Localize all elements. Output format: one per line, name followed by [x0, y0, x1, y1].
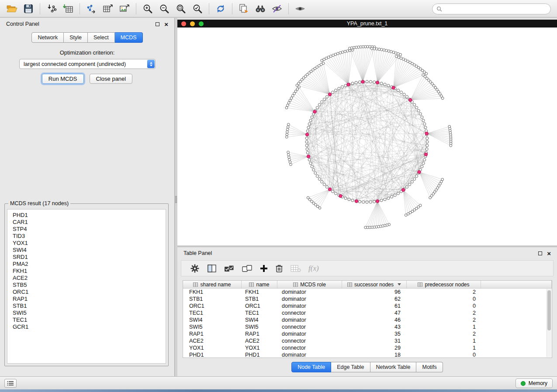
search-icon [436, 6, 442, 12]
select-all-rows-button[interactable] [224, 262, 235, 275]
fit-content-button[interactable] [173, 1, 189, 16]
function-builder-button: f(x) [308, 262, 319, 275]
close-window-icon[interactable] [181, 21, 186, 26]
table-panel-header: Table Panel × [177, 247, 557, 259]
column-header-shared-name[interactable]: shared name [183, 281, 242, 288]
column-label: successor nodes [354, 282, 394, 288]
close-panel-button[interactable]: Close panel [90, 74, 133, 84]
column-type-icon [418, 282, 422, 287]
list-item[interactable]: STB5 [13, 282, 166, 289]
table-scrollbar[interactable] [547, 289, 551, 357]
clone-network-button[interactable] [235, 1, 252, 16]
table-settings-button[interactable] [190, 262, 200, 275]
column-label: predecessor nodes [425, 282, 469, 288]
hide-selected-button[interactable] [269, 1, 285, 16]
list-item[interactable]: ORC1 [13, 289, 166, 296]
run-mcds-button[interactable]: Run MCDS [42, 74, 84, 84]
toolbar-separator [40, 3, 40, 14]
column-header-mcds-role[interactable]: MCDS role [277, 281, 342, 288]
save-session-button[interactable] [20, 1, 37, 16]
table-row[interactable]: SWI5SWI5connector431 [183, 323, 552, 330]
zoom-out-button[interactable] [156, 1, 173, 16]
table-row[interactable]: RAP1RAP1dominator352 [183, 330, 552, 337]
export-image-button[interactable] [116, 1, 133, 16]
list-item[interactable]: SWI4 [13, 247, 166, 254]
column-header-successor-nodes[interactable]: successor nodes [342, 281, 407, 288]
column-header-predecessor-nodes[interactable]: predecessor nodes [407, 281, 481, 288]
tab-mcds[interactable]: MCDS [115, 32, 143, 43]
list-item[interactable]: TID3 [13, 233, 166, 240]
table-row[interactable]: ORC1ORC1dominator610 [183, 303, 552, 309]
table-row[interactable]: ACE2ACE2connector311 [183, 337, 552, 344]
settings-gear-icon [190, 264, 200, 273]
memory-label: Memory [529, 380, 547, 386]
column-label: shared name [200, 282, 231, 288]
splitter-grip[interactable] [175, 196, 177, 203]
table-row[interactable]: PHD1PHD1dominator180 [183, 351, 552, 358]
sort-chevron-down-icon[interactable] [398, 283, 401, 285]
memory-button[interactable]: Memory [515, 378, 553, 388]
tab-network-table[interactable]: Network Table [370, 362, 417, 372]
network-canvas[interactable] [177, 28, 557, 245]
list-item[interactable]: CAR1 [13, 219, 166, 226]
list-item[interactable]: PMA2 [13, 261, 166, 268]
task-history-button[interactable] [4, 379, 17, 388]
tab-edge-table[interactable]: Edge Table [331, 362, 370, 372]
zoom-selected-button[interactable] [189, 1, 206, 16]
list-item[interactable]: ACE2 [13, 275, 166, 282]
table-row[interactable]: TEC1TEC1connector472 [183, 309, 552, 316]
memory-status-icon [521, 381, 526, 386]
list-item[interactable]: SRD1 [13, 254, 166, 261]
dropdown-stepper-icon [147, 60, 155, 68]
list-item[interactable]: RAP1 [13, 296, 166, 303]
refresh-icon [215, 3, 226, 14]
zoom-out-icon [159, 3, 170, 14]
float-panel-icon[interactable] [156, 22, 159, 26]
minimize-window-icon[interactable] [190, 21, 195, 26]
main-toolbar [0, 0, 557, 17]
open-session-button[interactable] [3, 1, 20, 16]
toolbar-separator [232, 3, 232, 14]
column-header-name[interactable]: name [242, 281, 277, 288]
table-row[interactable]: SWI4SWI4dominator462 [183, 316, 552, 323]
add-column-button[interactable] [260, 262, 268, 275]
trash-icon [275, 264, 283, 273]
eye-icon [294, 4, 306, 14]
network-graph[interactable] [177, 28, 557, 245]
table-row[interactable]: FKH1FKH1dominator962 [183, 289, 552, 296]
list-item[interactable]: GCR1 [13, 323, 166, 330]
import-network-button[interactable] [43, 1, 60, 16]
list-item[interactable]: STP4 [13, 226, 166, 233]
find-button[interactable] [252, 1, 269, 16]
optimization-criterion-select[interactable]: largest connected component (undirected) [19, 59, 156, 69]
list-item[interactable]: SWI5 [13, 309, 166, 316]
list-item[interactable]: TEC1 [13, 316, 166, 323]
close-panel-icon[interactable]: × [164, 21, 168, 28]
delete-column-button[interactable] [275, 262, 283, 275]
tab-style[interactable]: Style [64, 32, 88, 43]
import-table-button[interactable] [60, 1, 76, 16]
tab-network[interactable]: Network [31, 32, 64, 43]
close-table-panel-icon[interactable]: × [547, 250, 551, 257]
export-table-button[interactable] [100, 1, 116, 16]
table-row[interactable]: STB1STB1dominator620 [183, 296, 552, 303]
list-item[interactable]: PHD1 [13, 212, 166, 219]
show-columns-button[interactable] [207, 262, 217, 275]
tab-motifs[interactable]: Motifs [416, 362, 443, 372]
refresh-button[interactable] [212, 1, 229, 16]
tab-node-table[interactable]: Node Table [291, 362, 331, 372]
search-input[interactable] [445, 6, 550, 12]
table-row[interactable]: YOX1YOX1connector291 [183, 344, 552, 351]
list-item[interactable]: FKH1 [13, 268, 166, 275]
list-item[interactable]: YOX1 [13, 240, 166, 247]
tab-select[interactable]: Select [88, 32, 115, 43]
float-table-panel-icon[interactable] [538, 251, 542, 255]
maximize-window-icon[interactable] [199, 21, 204, 26]
show-all-button[interactable] [292, 1, 308, 16]
network-titlebar[interactable]: YPA_prune.txt_1 [177, 20, 557, 28]
deselect-all-rows-button[interactable] [242, 262, 253, 275]
list-item[interactable]: STB1 [13, 303, 166, 309]
zoom-in-button[interactable] [139, 1, 156, 16]
scrollbar-thumb[interactable] [547, 290, 551, 330]
export-network-button[interactable] [83, 1, 100, 16]
